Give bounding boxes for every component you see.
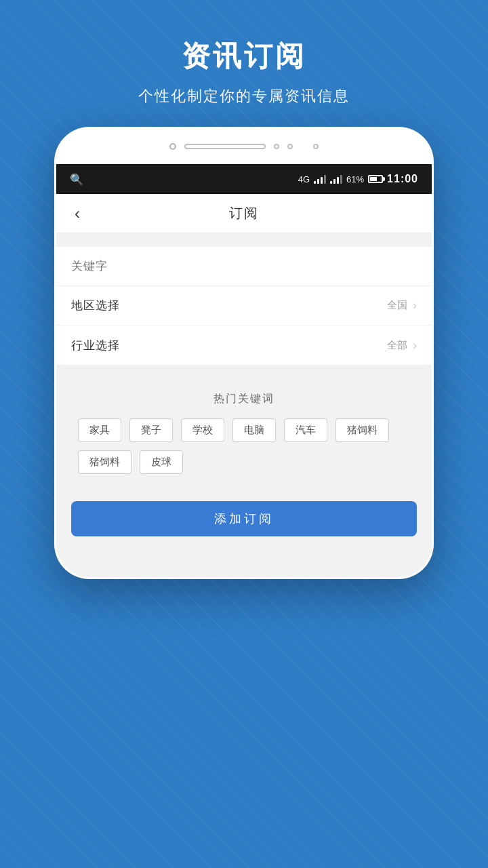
signal-bar xyxy=(324,175,326,184)
keyword-row xyxy=(56,247,432,286)
keywords-grid: 家具凳子学校电脑汽车猪饲料猪饲料皮球 xyxy=(71,418,417,474)
sensor-dot-right xyxy=(313,144,319,149)
battery-icon xyxy=(368,175,383,183)
keyword-tag[interactable]: 学校 xyxy=(181,418,224,442)
nav-title: 订阅 xyxy=(229,204,259,222)
industry-row[interactable]: 行业选择 全部 › xyxy=(56,326,432,365)
keyword-tag[interactable]: 电脑 xyxy=(232,418,276,442)
keyword-tag[interactable]: 猪饲料 xyxy=(336,418,389,442)
signal-bar xyxy=(330,181,332,184)
signal-bar xyxy=(317,179,319,184)
industry-value: 全部 xyxy=(387,339,407,352)
battery-fill xyxy=(370,177,377,181)
sensor-dot-left xyxy=(169,143,176,150)
sensor-speaker xyxy=(184,144,266,149)
back-button[interactable]: ‹ xyxy=(71,201,83,226)
region-value: 全国 xyxy=(387,299,407,312)
chevron-right-icon: › xyxy=(413,338,417,353)
phone-bottom-spacer xyxy=(56,550,432,577)
search-icon: 🔍 xyxy=(70,173,83,186)
battery-pct-label: 61% xyxy=(346,174,364,184)
signal-bar xyxy=(333,179,336,184)
page-subtitle: 个性化制定你的专属资讯信息 xyxy=(138,86,350,106)
keyword-tag[interactable]: 汽车 xyxy=(284,418,327,442)
hot-keywords-section: 热门关键词 家具凳子学校电脑汽车猪饲料猪饲料皮球 xyxy=(56,378,432,488)
status-left: 🔍 xyxy=(70,173,83,186)
network-label: 4G xyxy=(298,174,310,184)
form-card: 地区选择 全国 › 行业选择 全部 › xyxy=(56,247,432,365)
hot-keywords-title: 热门关键词 xyxy=(71,392,417,406)
region-label: 地区选择 xyxy=(71,298,387,313)
nav-bar: ‹ 订阅 xyxy=(56,194,432,233)
signal-bar xyxy=(314,181,316,184)
signal-bar xyxy=(340,175,342,184)
keyword-tag[interactable]: 猪饲料 xyxy=(78,450,131,474)
add-btn-section: 添加订阅 xyxy=(56,488,432,550)
time-label: 11:00 xyxy=(387,173,418,185)
keyword-tag[interactable]: 皮球 xyxy=(140,450,183,474)
phone-top-sensors xyxy=(56,129,432,164)
signal-bars-1 xyxy=(314,174,326,184)
signal-bars-2 xyxy=(330,174,342,184)
chevron-right-icon: › xyxy=(413,298,417,313)
signal-bar xyxy=(337,177,339,184)
main-content: 地区选择 全国 › 行业选择 全部 › 热门关键词 家具凳子学校电脑汽车猪饲料猪… xyxy=(56,233,432,577)
sensor-dot-mid2 xyxy=(287,144,293,149)
region-row[interactable]: 地区选择 全国 › xyxy=(56,286,432,326)
signal-bar xyxy=(321,177,323,184)
keyword-tag[interactable]: 家具 xyxy=(78,418,121,442)
phone-mockup: 🔍 4G 61% xyxy=(54,127,434,579)
page-title: 资讯订阅 xyxy=(138,37,350,75)
industry-label: 行业选择 xyxy=(71,338,387,353)
keyword-input[interactable] xyxy=(71,260,417,273)
page-content: 资讯订阅 个性化制定你的专属资讯信息 🔍 4G xyxy=(0,0,488,868)
add-subscription-button[interactable]: 添加订阅 xyxy=(71,501,417,536)
keyword-tag[interactable]: 凳子 xyxy=(129,418,173,442)
status-bar: 🔍 4G 61% xyxy=(56,164,432,194)
sensor-dot-mid xyxy=(274,144,279,149)
status-right: 4G 61% 11:00 xyxy=(298,173,418,185)
header-section: 资讯订阅 个性化制定你的专属资讯信息 xyxy=(138,0,350,106)
